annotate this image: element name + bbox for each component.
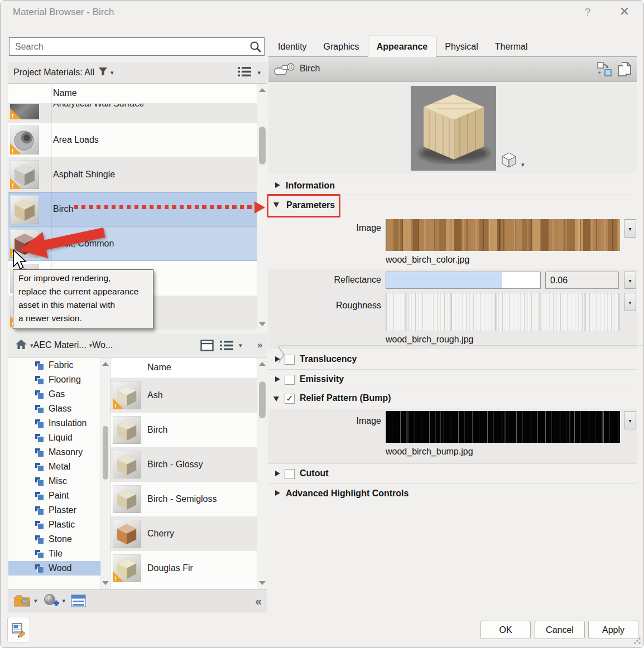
material-row-birch-semigloss[interactable]: Birch - Semigloss	[110, 482, 257, 516]
preview-scene-caret-icon[interactable]: ▾	[521, 161, 525, 168]
reflectance-value[interactable]: 0.06	[545, 272, 619, 289]
library-view-options-icon[interactable]	[219, 340, 234, 351]
scroll-down-icon[interactable]	[257, 578, 267, 588]
category-item-masonry[interactable]: Masonry	[8, 445, 100, 460]
collapse-panel-icon[interactable]: «	[255, 594, 261, 608]
material-row-area-loads[interactable]: !Area Loads	[8, 123, 257, 157]
resize-grip[interactable]	[634, 637, 641, 644]
roughness-options-button[interactable]: ▾	[624, 293, 636, 311]
translucency-checkbox[interactable]	[285, 355, 295, 365]
view-options-caret-icon[interactable]: ▾	[257, 69, 261, 76]
relief-checkbox[interactable]: ✓	[285, 394, 295, 404]
scroll-up-icon[interactable]	[257, 85, 267, 95]
warning-badge-icon: !	[10, 143, 21, 154]
category-scrollbar[interactable]	[100, 358, 110, 589]
relief-collapse-icon[interactable]	[273, 396, 279, 402]
category-item-gas[interactable]: Gas	[8, 387, 100, 402]
apply-button[interactable]: Apply	[588, 621, 638, 639]
bump-texture-swatch[interactable]	[386, 411, 620, 443]
duplicate-asset-icon[interactable]	[617, 61, 632, 80]
category-item-insulation[interactable]: Insulation	[8, 416, 100, 431]
reflectance-slider[interactable]	[386, 272, 541, 289]
material-row-ash[interactable]: !Ash	[110, 378, 257, 413]
section-advanced[interactable]: Advanced Highlight Controls	[286, 489, 408, 499]
cutout-expand-icon[interactable]	[275, 471, 280, 476]
breadcrumb-item[interactable]: Wo...	[92, 340, 113, 350]
tab-identity[interactable]: Identity	[270, 37, 315, 57]
search-input[interactable]	[9, 38, 247, 55]
library-scrollbar[interactable]	[257, 358, 267, 589]
library-materials-list: Name !AshBirchBirch - GlossyBirch - Semi…	[110, 358, 267, 589]
expand-panel-icon[interactable]: »	[257, 340, 262, 351]
material-preview-render[interactable]	[411, 86, 496, 171]
category-item-liquid[interactable]: Liquid	[8, 431, 100, 445]
section-emissivity[interactable]: Emissivity	[300, 374, 344, 384]
view-options-icon[interactable]	[237, 66, 252, 79]
create-material-caret-icon[interactable]: ▾	[63, 597, 66, 605]
color-texture-swatch[interactable]	[386, 219, 620, 251]
tab-physical[interactable]: Physical	[436, 37, 487, 57]
manage-library-caret-icon[interactable]: ▾	[34, 597, 37, 605]
category-item-wood[interactable]: Wood	[8, 561, 100, 576]
category-item-plaster[interactable]: Plaster	[8, 503, 100, 518]
roughness-texture-swatch[interactable]	[386, 293, 620, 331]
reflectance-options-button[interactable]: ▾	[624, 272, 636, 289]
ok-button[interactable]: OK	[480, 621, 531, 639]
close-button[interactable]: ✕	[617, 4, 632, 19]
replace-asset-icon[interactable]: ±	[597, 61, 612, 80]
information-expand-icon[interactable]	[275, 182, 280, 188]
asset-list-button[interactable]	[71, 594, 86, 607]
category-item-fabric[interactable]: Fabric	[8, 358, 100, 373]
scroll-down-icon[interactable]	[257, 320, 267, 329]
material-editor-toggle-button[interactable]	[7, 617, 30, 642]
help-button[interactable]: ?	[581, 6, 594, 18]
tab-graphics[interactable]: Graphics	[315, 37, 368, 57]
library-view-caret-icon[interactable]: ▾	[239, 342, 242, 349]
section-relief[interactable]: Relief Pattern (Bump)	[300, 393, 391, 403]
category-item-tile[interactable]: Tile	[8, 547, 100, 561]
cutout-checkbox[interactable]	[285, 469, 295, 479]
scrollbar-thumb[interactable]	[103, 426, 108, 480]
breadcrumb-item[interactable]: AEC Materi...	[33, 340, 86, 350]
preview-scene-button[interactable]: ▾	[501, 152, 525, 168]
scroll-up-icon[interactable]	[257, 359, 267, 369]
section-cutout[interactable]: Cutout	[300, 468, 329, 478]
section-information[interactable]: Information	[286, 181, 335, 191]
image-options-button[interactable]: ▾	[624, 219, 636, 238]
material-row-douglas-fir[interactable]: !Douglas Fir	[110, 551, 257, 586]
category-label: Metal	[49, 462, 70, 472]
bump-options-button[interactable]: ▾	[624, 411, 636, 429]
filter-icon[interactable]	[98, 67, 108, 78]
advanced-expand-icon[interactable]	[275, 490, 280, 496]
material-row-birch-glossy[interactable]: Birch - Glossy	[110, 447, 257, 482]
material-row-asphalt-shingle[interactable]: !Asphalt Shingle	[8, 157, 257, 192]
tab-appearance[interactable]: Appearance	[368, 36, 437, 57]
emissivity-checkbox[interactable]	[285, 375, 295, 385]
manage-library-button[interactable]: ▾	[14, 594, 37, 608]
panel-view-icon[interactable]	[200, 340, 214, 351]
category-item-glass[interactable]: Glass	[8, 402, 100, 416]
emissivity-expand-icon[interactable]	[275, 376, 280, 382]
category-item-misc[interactable]: Misc	[8, 474, 100, 489]
search-icon[interactable]	[247, 40, 264, 54]
category-item-plastic[interactable]: Plastic	[8, 518, 100, 532]
section-translucency[interactable]: Translucency	[300, 354, 357, 364]
category-item-metal[interactable]: Metal	[8, 460, 100, 474]
scroll-up-icon[interactable]	[101, 359, 110, 369]
scrollbar-thumb[interactable]	[259, 127, 266, 165]
category-item-stone[interactable]: Stone	[8, 532, 100, 547]
category-item-flooring[interactable]: Flooring	[8, 373, 100, 387]
material-row-birch[interactable]: Birch	[8, 192, 257, 226]
create-material-button[interactable]: ▾	[43, 593, 66, 608]
material-row-birch[interactable]: Birch	[110, 413, 257, 447]
material-row-analytical-wall-surface[interactable]: !Analytical Wall Surface	[8, 104, 257, 123]
filter-caret-icon[interactable]: ▾	[110, 69, 114, 76]
material-row-cherry[interactable]: Cherry	[110, 516, 257, 551]
category-item-paint[interactable]: Paint	[8, 489, 100, 503]
tab-thermal[interactable]: Thermal	[487, 37, 536, 57]
home-icon[interactable]	[15, 339, 27, 352]
cancel-button[interactable]: Cancel	[535, 621, 585, 639]
translucency-expand-icon[interactable]	[275, 356, 280, 362]
scrollbar-thumb[interactable]	[259, 381, 266, 418]
scroll-down-icon[interactable]	[101, 578, 110, 588]
